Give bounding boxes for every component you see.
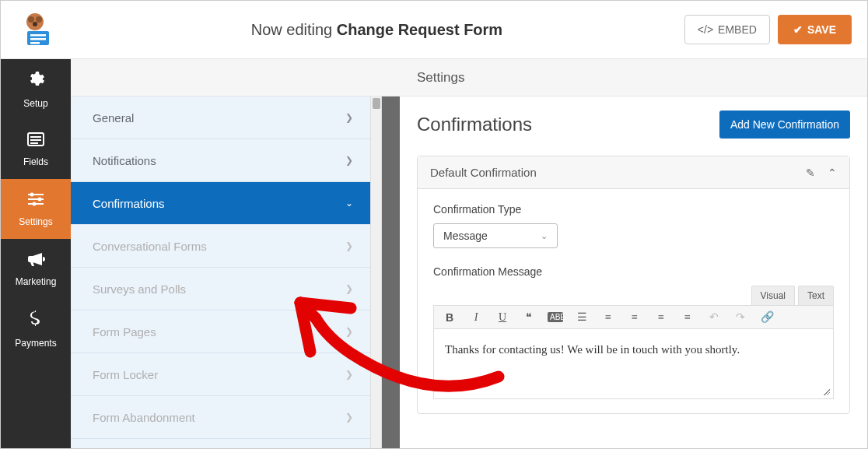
embed-button[interactable]: </> EMBED: [684, 15, 770, 44]
panel-title: Default Confirmation: [430, 166, 793, 179]
bullet-list-button[interactable]: ☰: [574, 310, 590, 324]
chevron-right-icon: ❯: [345, 283, 353, 294]
pencil-icon[interactable]: ✎: [806, 167, 815, 179]
page-title: Now editing Change Request Form: [69, 21, 684, 39]
abc-button[interactable]: ABE: [548, 312, 563, 322]
chevron-right-icon: ❯: [345, 326, 353, 337]
confirmation-type-select[interactable]: Message ⌄: [433, 223, 558, 248]
svg-point-3: [33, 22, 37, 26]
svg-point-15: [30, 192, 34, 196]
top-bar: Now editing Change Request Form </> EMBE…: [1, 1, 867, 59]
svg-rect-6: [30, 38, 46, 40]
svg-point-17: [33, 202, 37, 205]
chevron-right-icon: ❯: [345, 369, 353, 380]
editor-tab-text[interactable]: Text: [798, 286, 834, 305]
editor-toolbar: B I U ❝ ABE ☰ ≡ ≡ ≡ ≡ ↶ ↷ 🔗: [433, 305, 834, 329]
editor-tab-visual[interactable]: Visual: [751, 286, 795, 305]
svg-rect-5: [30, 34, 46, 37]
sidebar-item-notifications[interactable]: Notifications ❯: [71, 139, 370, 182]
dollar-icon: [30, 310, 42, 333]
confirmation-message-label: Confirmation Message: [433, 265, 834, 278]
nav-payments[interactable]: Payments: [1, 299, 71, 359]
sidebar-item-confirmations[interactable]: Confirmations ⌄: [71, 182, 381, 225]
chevron-up-icon[interactable]: ⌃: [828, 167, 837, 179]
confirmation-type-label: Confirmation Type: [433, 203, 834, 216]
svg-rect-11: [30, 142, 38, 144]
editor-body[interactable]: Thanks for contacting us! We will be in …: [433, 329, 834, 399]
undo-button[interactable]: ↶: [706, 310, 722, 324]
sidebar-item-form-locker[interactable]: Form Locker ❯: [71, 353, 370, 396]
svg-point-16: [38, 197, 42, 201]
redo-button[interactable]: ↷: [733, 310, 748, 324]
align-left-button[interactable]: ≡: [627, 311, 642, 324]
content-title: Confirmations: [417, 114, 532, 135]
align-right-button[interactable]: ≡: [680, 311, 695, 324]
list-icon: [26, 132, 45, 152]
gear-icon: [26, 70, 45, 93]
align-center-button[interactable]: ≡: [653, 311, 669, 324]
chevron-right-icon: ❯: [345, 412, 353, 423]
sidebar-item-general[interactable]: General ❯: [71, 96, 370, 139]
nav-fields[interactable]: Fields: [1, 119, 71, 179]
italic-button[interactable]: I: [468, 311, 484, 324]
check-icon: ✔: [793, 23, 803, 36]
chevron-right-icon: ❯: [345, 240, 353, 251]
svg-rect-10: [30, 139, 41, 141]
bold-button[interactable]: B: [442, 311, 457, 324]
divider: [382, 96, 400, 448]
svg-point-1: [28, 16, 34, 23]
quote-button[interactable]: ❝: [521, 310, 537, 324]
resize-handle[interactable]: [822, 388, 831, 397]
add-confirmation-button[interactable]: Add New Confirmation: [719, 110, 850, 139]
left-nav: Setup Fields Settings Marketing Payments: [1, 59, 71, 448]
chevron-down-icon: ⌄: [541, 231, 548, 241]
link-button[interactable]: 🔗: [759, 310, 775, 324]
save-button[interactable]: ✔ SAVE: [778, 15, 852, 44]
sidebar-item-form-pages[interactable]: Form Pages ❯: [71, 310, 370, 353]
svg-rect-9: [30, 136, 41, 138]
nav-setup[interactable]: Setup: [1, 59, 71, 119]
bullhorn-icon: [26, 251, 45, 272]
chevron-down-icon: ⌄: [345, 198, 353, 209]
svg-rect-7: [30, 42, 40, 44]
sidebar-item-surveys-polls[interactable]: Surveys and Polls ❯: [71, 268, 370, 310]
underline-button[interactable]: U: [495, 311, 510, 324]
breadcrumb: Settings: [400, 59, 867, 96]
nav-settings[interactable]: Settings: [1, 179, 71, 239]
sliders-icon: [26, 191, 45, 212]
scrollbar-thumb[interactable]: [373, 98, 380, 109]
sidebar-item-conversational-forms[interactable]: Conversational Forms ❯: [71, 225, 370, 268]
wpforms-logo: [16, 11, 54, 48]
chevron-right-icon: ❯: [345, 155, 353, 166]
settings-sidebar: General ❯ Notifications ❯ Confirmations …: [71, 96, 382, 448]
code-icon: </>: [698, 23, 713, 36]
svg-point-2: [36, 16, 42, 23]
sidebar-item-form-abandonment[interactable]: Form Abandonment ❯: [71, 396, 370, 439]
sidebar-scrollbar[interactable]: [370, 96, 381, 448]
nav-marketing[interactable]: Marketing: [1, 239, 71, 299]
chevron-right-icon: ❯: [345, 112, 353, 123]
number-list-button[interactable]: ≡: [600, 311, 616, 324]
default-confirmation-panel: Default Confirmation ✎ ⌃ Confirmation Ty…: [417, 156, 850, 414]
